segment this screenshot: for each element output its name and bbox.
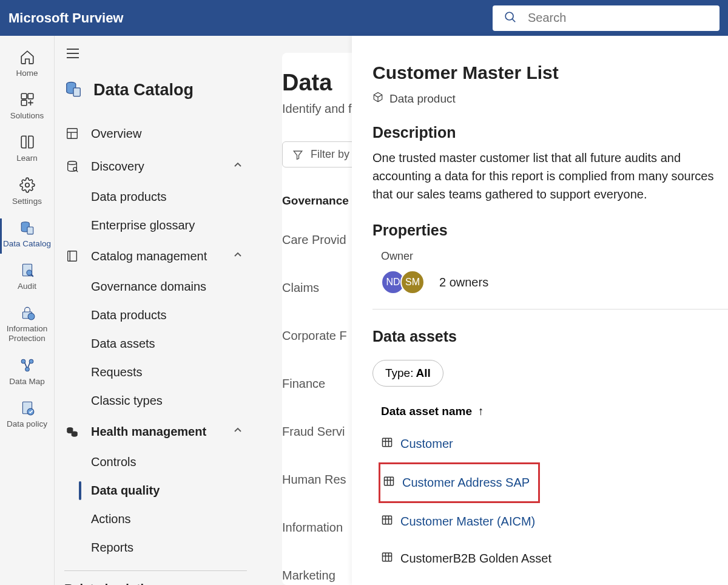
sidebar-discovery[interactable]: Discovery: [64, 150, 247, 183]
sidebar-data-products-2[interactable]: Data products: [64, 301, 247, 330]
svg-line-16: [24, 362, 26, 367]
table-icon: [381, 514, 393, 529]
asset-row[interactable]: CustomerB2B Golden Asset: [381, 540, 728, 577]
nav-learn[interactable]: Learn: [0, 129, 54, 172]
svg-line-17: [28, 362, 30, 367]
svg-rect-44: [383, 516, 392, 524]
sidebar-governance-domains[interactable]: Governance domains: [64, 272, 247, 301]
search-input[interactable]: [528, 11, 709, 25]
sidebar-health-mgmt[interactable]: Health management: [64, 415, 247, 448]
main-container: Home Solutions Learn Settings Data Catal…: [0, 36, 728, 585]
svg-point-9: [26, 270, 32, 276]
content-area: Data Identify and f Filter by Governance…: [257, 36, 728, 585]
learn-icon: [19, 134, 35, 150]
type-filter-value: All: [416, 367, 430, 380]
panel-type: Data product: [372, 92, 728, 106]
type-filter-pill[interactable]: Type: All: [372, 360, 443, 387]
health-mgmt-icon: [64, 424, 80, 439]
svg-line-10: [31, 275, 33, 277]
nav-label: Data policy: [7, 419, 47, 429]
svg-rect-2: [21, 93, 27, 99]
app-title: Microsoft Purview: [8, 10, 123, 26]
sidebar-classic-types[interactable]: Classic types: [64, 387, 247, 415]
sidebar-enterprise-glossary[interactable]: Enterprise glossary: [64, 211, 247, 240]
detail-panel: Customer Master List Data product Descri…: [352, 36, 728, 585]
nav-settings[interactable]: Settings: [0, 172, 54, 215]
svg-line-1: [513, 19, 516, 22]
chevron-up-icon: [234, 426, 242, 437]
asset-row[interactable]: Customer Master (AICM): [381, 503, 728, 540]
svg-point-5: [25, 183, 29, 187]
nav-audit[interactable]: Audit: [0, 257, 54, 300]
owner-label: Owner: [372, 250, 728, 263]
svg-rect-25: [67, 129, 78, 139]
section-label: Catalog management: [91, 249, 223, 263]
nav-data-policy[interactable]: Data policy: [0, 395, 54, 438]
catalog-mgmt-icon: [64, 248, 80, 264]
properties-heading: Properties: [372, 221, 728, 239]
nav-label: Solutions: [10, 111, 44, 121]
sidebar: Data Catalog Overview Discovery Data pro…: [55, 36, 257, 585]
nav-data-catalog[interactable]: Data Catalog: [0, 215, 54, 257]
nav-rail: Home Solutions Learn Settings Data Catal…: [0, 36, 55, 585]
type-filter-label: Type:: [385, 367, 413, 380]
sidebar-controls[interactable]: Controls: [64, 448, 247, 476]
asset-column-header[interactable]: Data asset name ↑: [372, 405, 728, 418]
svg-rect-48: [383, 553, 392, 561]
nav-label: Audit: [18, 282, 36, 291]
nav-data-map[interactable]: Data Map: [0, 353, 54, 395]
avatar[interactable]: SM: [400, 270, 425, 294]
svg-rect-31: [68, 251, 77, 262]
svg-rect-3: [28, 93, 33, 99]
sidebar-catalog-mgmt[interactable]: Catalog management: [64, 240, 247, 272]
section-label: Discovery: [91, 160, 223, 174]
sidebar-overview[interactable]: Overview: [64, 117, 247, 150]
sidebar-reports[interactable]: Reports: [64, 533, 247, 562]
section-label: Overview: [91, 127, 247, 141]
sidebar-data-assets[interactable]: Data assets: [64, 330, 247, 358]
nav-label: Learn: [16, 154, 38, 163]
nav-label: Data Map: [9, 377, 45, 387]
description-heading: Description: [372, 124, 728, 141]
sidebar-requests[interactable]: Requests: [64, 358, 247, 387]
nav-home[interactable]: Home: [0, 44, 54, 87]
sidebar-title: Data Catalog: [93, 81, 194, 100]
panel-title: Customer Master List: [372, 63, 728, 83]
filter-label: Filter by: [311, 148, 349, 161]
svg-line-30: [76, 170, 78, 172]
owner-row: ND SM 2 owners: [372, 270, 728, 309]
svg-rect-7: [27, 227, 33, 234]
section-label: Health management: [91, 425, 223, 439]
sidebar-data-quality[interactable]: Data quality: [64, 476, 247, 505]
asset-text: CustomerB2B Golden Asset: [400, 552, 551, 566]
highlighted-asset: Customer Address SAP: [379, 462, 540, 503]
lock-icon: [19, 305, 35, 320]
discovery-icon: [64, 158, 80, 174]
sidebar-actions[interactable]: Actions: [64, 505, 247, 533]
asset-row[interactable]: Customer Address SAP: [380, 464, 530, 501]
catalog-icon: [64, 79, 83, 100]
svg-point-12: [28, 313, 35, 320]
nav-info-protection[interactable]: Information Protection: [0, 300, 54, 352]
svg-point-0: [505, 12, 513, 20]
asset-link[interactable]: Customer Master (AICM): [400, 515, 535, 529]
asset-row[interactable]: Customer: [381, 425, 728, 462]
sidebar-data-products[interactable]: Data products: [64, 183, 247, 211]
audit-icon: [19, 262, 35, 278]
asset-link[interactable]: Customer Address SAP: [402, 476, 530, 490]
hamburger-menu[interactable]: [66, 48, 247, 61]
package-icon: [372, 92, 383, 106]
datamap-icon: [19, 357, 35, 373]
nav-solutions[interactable]: Solutions: [0, 87, 54, 129]
filter-button[interactable]: Filter by: [282, 141, 360, 167]
svg-rect-4: [21, 100, 27, 106]
table-icon: [383, 475, 395, 490]
table-icon: [381, 551, 393, 566]
related-solutions-heading: Related solutions: [64, 580, 247, 585]
svg-rect-24: [73, 88, 80, 96]
sidebar-title-row: Data Catalog: [64, 79, 247, 100]
search-box[interactable]: [493, 5, 720, 31]
asset-link[interactable]: Customer: [400, 437, 453, 451]
overview-icon: [64, 126, 80, 141]
svg-point-28: [68, 161, 77, 165]
